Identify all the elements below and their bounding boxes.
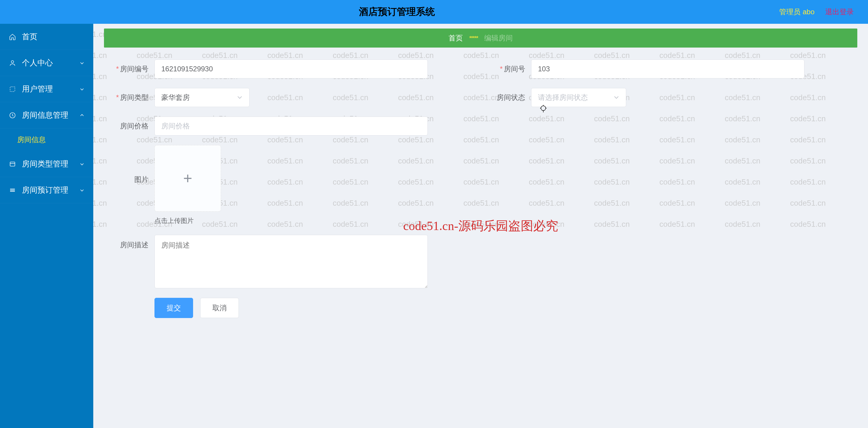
input-room-code[interactable]	[154, 59, 428, 79]
sidebar-item-label: 房间类型管理	[22, 159, 68, 169]
chevron-down-icon	[79, 60, 85, 66]
sidebar-subitem[interactable]: 房间信息	[0, 129, 93, 151]
admin-name[interactable]: 管理员 abo	[779, 7, 814, 17]
label-room-price: 房间价格	[104, 121, 154, 131]
sidebar-item-user[interactable]: 个人中心	[0, 50, 93, 76]
plus-icon: +	[183, 169, 192, 187]
type-icon	[8, 160, 17, 168]
label-desc: 房间描述	[104, 235, 154, 250]
select-room-status-placeholder: 请选择房间状态	[538, 93, 588, 102]
input-room-no[interactable]	[531, 59, 804, 79]
sidebar-item-label: 个人中心	[22, 58, 53, 68]
sidebar-item-label: 首页	[22, 31, 37, 42]
cancel-button[interactable]: 取消	[200, 298, 239, 318]
sidebar-item-users[interactable]: 用户管理	[0, 76, 93, 102]
chevron-down-icon	[613, 94, 619, 101]
room-form: *房间编号 *房间号 *房间类型 豪华套房	[104, 54, 857, 318]
sidebar: 首页个人中心用户管理房间信息管理房间信息房间类型管理房间预订管理	[0, 24, 93, 428]
sidebar-item-booking[interactable]: 房间预订管理	[0, 177, 93, 203]
sidebar-item-room[interactable]: 房间信息管理	[0, 102, 93, 129]
chevron-down-icon	[237, 94, 243, 101]
room-icon	[8, 111, 17, 119]
main-content: 首页 ***** 编辑房间 *房间编号 *房间号 *房间类型 豪华套	[93, 24, 868, 428]
submit-button[interactable]: 提交	[154, 298, 193, 318]
select-room-status[interactable]: 请选择房间状态	[531, 88, 626, 107]
select-room-type-value: 豪华套房	[161, 93, 190, 102]
textarea-desc[interactable]	[154, 235, 428, 288]
sidebar-item-type[interactable]: 房间类型管理	[0, 151, 93, 177]
sidebar-item-label: 用户管理	[22, 84, 53, 94]
breadcrumb-separator: *****	[469, 35, 478, 41]
sidebar-item-label: 房间信息管理	[22, 110, 68, 120]
svg-rect-3	[10, 162, 15, 166]
label-room-no: *房间号	[480, 64, 531, 74]
breadcrumb-home[interactable]: 首页	[448, 33, 463, 43]
svg-point-0	[11, 61, 14, 63]
chevron-down-icon	[79, 86, 85, 92]
logout-link[interactable]: 退出登录	[825, 7, 854, 17]
breadcrumb: 首页 ***** 编辑房间	[104, 29, 857, 48]
label-image: 图片	[104, 145, 154, 184]
home-icon	[8, 33, 17, 41]
label-room-type: *房间类型	[104, 93, 154, 102]
input-room-price[interactable]	[154, 116, 428, 136]
chevron-down-icon	[79, 161, 85, 167]
booking-icon	[8, 186, 17, 194]
app-title: 酒店预订管理系统	[14, 5, 779, 19]
app-header: 酒店预订管理系统 管理员 abo 退出登录	[0, 0, 868, 24]
upload-hint: 点击上传图片	[154, 217, 194, 225]
breadcrumb-current: 编辑房间	[484, 33, 513, 43]
label-room-code: *房间编号	[104, 64, 154, 74]
upload-image-box[interactable]: +	[154, 145, 221, 211]
users-icon	[8, 85, 17, 93]
sidebar-item-label: 房间预订管理	[22, 185, 68, 195]
svg-rect-1	[10, 87, 15, 91]
select-room-type[interactable]: 豪华套房	[154, 88, 250, 107]
sidebar-item-home[interactable]: 首页	[0, 24, 93, 50]
chevron-down-icon	[79, 187, 85, 193]
label-room-status: 房间状态	[480, 93, 531, 102]
chevron-up-icon	[79, 112, 85, 118]
user-icon	[8, 59, 17, 67]
